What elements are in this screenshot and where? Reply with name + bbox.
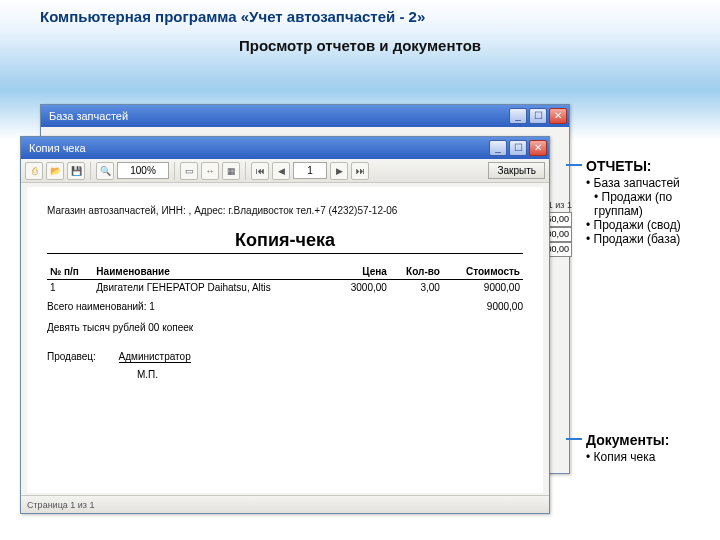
window-back-caption: База запчастей: [43, 110, 128, 122]
search-icon[interactable]: 🔍: [96, 162, 114, 180]
save-icon[interactable]: 💾: [67, 162, 85, 180]
signature-row: Продавец: Администратор: [47, 351, 523, 363]
doc-title: Копия-чека: [47, 230, 523, 254]
next-page-icon[interactable]: ▶: [330, 162, 348, 180]
open-icon[interactable]: 📂: [46, 162, 64, 180]
total-cost: 9000,00: [487, 301, 523, 312]
page-subtitle: Просмотр отчетов и документов: [0, 25, 720, 62]
shop-info: Магазин автозапчастей, ИНН: , Адрес: г.В…: [47, 205, 523, 216]
close-button[interactable]: ✕: [529, 140, 547, 156]
cell-name: Двигатели ГЕНЕРАТОР Daihatsu, Altis: [93, 280, 333, 296]
seller-label: Продавец:: [47, 351, 96, 362]
totals-row: Всего наименований: 1 9000,00: [47, 301, 523, 312]
col-name: Наименование: [93, 264, 333, 280]
col-num: № п/п: [47, 264, 93, 280]
page-title: Компьютерная программа «Учет автозапчаст…: [0, 0, 720, 25]
side-docs: Документы: Копия чека: [586, 432, 716, 464]
list-item: Продажи (свод): [586, 218, 716, 232]
list-item: Продажи (база): [586, 232, 716, 246]
mp-row: М.П.: [47, 369, 523, 380]
zoom-multi-icon[interactable]: ▦: [222, 162, 240, 180]
first-page-icon[interactable]: ⏮: [251, 162, 269, 180]
separator: [90, 162, 91, 180]
toolbar: ⎙ 📂 💾 🔍 100% ▭ ↔ ▦ ⏮ ◀ 1 ▶ ⏭ Закрыть: [21, 159, 549, 183]
total-items-label: Всего наименований: 1: [47, 301, 155, 312]
col-cost: Стоимость: [443, 264, 523, 280]
mp-label: М.П.: [137, 369, 158, 380]
maximize-button[interactable]: ☐: [509, 140, 527, 156]
prev-page-icon[interactable]: ◀: [272, 162, 290, 180]
last-page-icon[interactable]: ⏭: [351, 162, 369, 180]
col-qty: Кол-во: [390, 264, 443, 280]
cell-cost: 9000,00: [443, 280, 523, 296]
items-table: № п/п Наименование Цена Кол-во Стоимость…: [47, 264, 523, 295]
table-row: 1 Двигатели ГЕНЕРАТОР Daihatsu, Altis 30…: [47, 280, 523, 296]
cell-num: 1: [47, 280, 93, 296]
list-item: Копия чека: [586, 450, 716, 464]
cell-qty: 3,00: [390, 280, 443, 296]
list-item: База запчастей: [586, 176, 716, 190]
minimize-button[interactable]: _: [509, 108, 527, 124]
docs-heading: Документы:: [586, 432, 716, 448]
side-reports: ОТЧЕТЫ: База запчастей Продажи (по групп…: [586, 158, 716, 246]
seller-name: Администратор: [119, 351, 191, 363]
document-area: Магазин автозапчастей, ИНН: , Адрес: г.В…: [27, 187, 543, 493]
titlebar-front: Копия чека _ ☐ ✕: [21, 137, 549, 159]
print-icon[interactable]: ⎙: [25, 162, 43, 180]
col-price: Цена: [334, 264, 390, 280]
amount-in-words: Девять тысяч рублей 00 копеек: [47, 322, 523, 333]
zoom-whole-icon[interactable]: ▭: [180, 162, 198, 180]
page-number-input[interactable]: 1: [293, 162, 327, 179]
minimize-button[interactable]: _: [489, 140, 507, 156]
separator: [245, 162, 246, 180]
close-preview-button[interactable]: Закрыть: [488, 162, 545, 179]
zoom-width-icon[interactable]: ↔: [201, 162, 219, 180]
maximize-button[interactable]: ☐: [529, 108, 547, 124]
titlebar-back: База запчастей _ ☐ ✕: [41, 105, 569, 127]
reports-heading: ОТЧЕТЫ:: [586, 158, 716, 174]
window-front: Копия чека _ ☐ ✕ ⎙ 📂 💾 🔍 100% ▭ ↔ ▦ ⏮ ◀ …: [20, 136, 550, 514]
separator: [174, 162, 175, 180]
list-item: Продажи (по группам): [586, 190, 716, 218]
cell-price: 3000,00: [334, 280, 390, 296]
close-button[interactable]: ✕: [549, 108, 567, 124]
zoom-select[interactable]: 100%: [117, 162, 169, 179]
statusbar: Страница 1 из 1: [21, 495, 549, 513]
window-front-caption: Копия чека: [23, 142, 86, 154]
status-text: Страница 1 из 1: [27, 500, 94, 510]
